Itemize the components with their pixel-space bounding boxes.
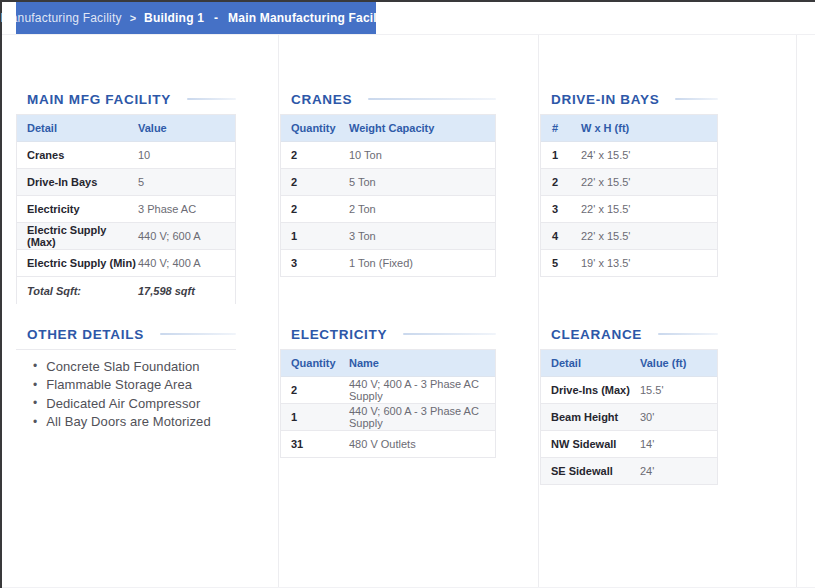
clearance-label: Beam Height	[551, 411, 640, 423]
section-title: OTHER DETAILS	[27, 327, 144, 342]
facility-spec-page: Manufacturing Facility > Building 1 - Ma…	[0, 0, 815, 588]
detail-value: 440 V; 400 A	[138, 257, 201, 269]
table-row: 2 10 Ton	[281, 142, 495, 169]
column-header: #	[551, 122, 581, 134]
table-row: Drive-In Bays 5	[17, 169, 235, 196]
capacity-value: 10 Ton	[349, 149, 382, 161]
detail-label: Electricity	[27, 203, 138, 215]
table-header-row: Quantity Weight Capacity	[281, 115, 495, 142]
bay-number: 5	[551, 257, 581, 269]
clearance-label: NW Sidewall	[551, 438, 640, 450]
table-row: Electric Supply (Min) 440 V; 400 A	[17, 250, 235, 277]
detail-label: Cranes	[27, 149, 138, 161]
section-heading-cranes: CRANES	[291, 92, 496, 106]
table-header-row: # W x H (ft)	[541, 115, 717, 142]
capacity-value: 2 Ton	[349, 203, 376, 215]
list-item: • Flammable Storage Area	[16, 376, 236, 395]
supply-name: 440 V; 400 A - 3 Phase AC Supply	[349, 378, 495, 402]
column-header: Quantity	[291, 357, 349, 369]
capacity-value: 1 Ton (Fixed)	[349, 257, 413, 269]
capacity-value: 3 Ton	[349, 230, 376, 242]
table-row: 31 480 V Outlets	[281, 431, 495, 458]
drive-in-bays-table: # W x H (ft) 1 24' x 15.5' 2 22' x 15.5'…	[540, 114, 718, 277]
section-title: DRIVE-IN BAYS	[551, 92, 659, 107]
bay-number: 1	[551, 149, 581, 161]
heading-rule	[187, 98, 236, 100]
total-sqft-label: Total Sqft:	[27, 285, 138, 297]
detail-label: Electric Supply (Min)	[27, 257, 138, 269]
table-row: 3 22' x 15.5'	[541, 196, 717, 223]
list-item: • Dedicated Air Compressor	[16, 394, 236, 413]
quantity-value: 2	[291, 203, 349, 215]
bay-dimensions: 22' x 15.5'	[581, 203, 630, 215]
section-title: CLEARANCE	[551, 327, 642, 342]
heading-rule	[658, 333, 718, 335]
table-row: 2 2 Ton	[281, 196, 495, 223]
breadcrumb-current-building: Building 1	[144, 11, 204, 25]
column-header: W x H (ft)	[581, 122, 629, 134]
breadcrumb-separator-icon: >	[130, 12, 136, 24]
bay-dimensions: 19' x 13.5'	[581, 257, 630, 269]
total-sqft-value: 17,598 sqft	[138, 285, 195, 297]
table-row: Electric Supply (Max) 440 V; 600 A	[17, 223, 235, 250]
main-mfg-table: Detail Value Cranes 10 Drive-In Bays 5 E…	[16, 114, 236, 304]
table-row: 1 3 Ton	[281, 223, 495, 250]
column-header: Detail	[551, 357, 640, 369]
bay-dimensions: 22' x 15.5'	[581, 230, 630, 242]
table-header-row: Detail Value (ft)	[541, 350, 717, 377]
heading-rule	[675, 98, 718, 100]
supply-name: 480 V Outlets	[349, 438, 416, 450]
detail-label: Electric Supply (Max)	[27, 224, 138, 248]
content-area: MAIN MFG FACILITY Detail Value Cranes 10…	[2, 35, 815, 588]
list-item: • Concrete Slab Foundation	[16, 357, 236, 376]
table-row: Electricity 3 Phase AC	[17, 196, 235, 223]
detail-value: 5	[138, 176, 144, 188]
section-heading-drive-in-bays: DRIVE-IN BAYS	[551, 92, 718, 106]
cranes-table: Quantity Weight Capacity 2 10 Ton 2 5 To…	[280, 114, 496, 277]
list-item-text: Dedicated Air Compressor	[46, 396, 200, 411]
breadcrumb: Manufacturing Facility > Building 1 - Ma…	[16, 2, 376, 34]
column-header: Name	[349, 357, 379, 369]
bay-number: 4	[551, 230, 581, 242]
heading-rule	[368, 98, 496, 100]
breadcrumb-parent-link[interactable]: Manufacturing Facility	[1, 11, 122, 25]
table-row: 1 440 V; 600 A - 3 Phase AC Supply	[281, 404, 495, 431]
heading-rule	[160, 333, 236, 335]
clearance-value: 30'	[640, 411, 654, 423]
quantity-value: 3	[291, 257, 349, 269]
section-title: ELECTRICITY	[291, 327, 387, 342]
quantity-value: 2	[291, 149, 349, 161]
table-row: 5 19' x 13.5'	[541, 250, 717, 277]
list-item: • All Bay Doors are Motorized	[16, 413, 236, 432]
table-row: 3 1 Ton (Fixed)	[281, 250, 495, 277]
heading-rule	[403, 333, 496, 335]
bullet-icon: •	[33, 397, 37, 409]
quantity-value: 1	[291, 230, 349, 242]
bay-dimensions: 22' x 15.5'	[581, 176, 630, 188]
section-heading-clearance: CLEARANCE	[551, 327, 718, 341]
column-header: Value	[138, 122, 167, 134]
table-row: 4 22' x 15.5'	[541, 223, 717, 250]
section-title: MAIN MFG FACILITY	[27, 92, 171, 107]
bullet-icon: •	[33, 416, 37, 428]
page-header: Manufacturing Facility > Building 1 - Ma…	[2, 2, 815, 35]
section-title: CRANES	[291, 92, 352, 107]
quantity-value: 2	[291, 176, 349, 188]
right-gutter	[797, 35, 815, 587]
table-row: 2 440 V; 400 A - 3 Phase AC Supply	[281, 377, 495, 404]
column-header: Quantity	[291, 122, 349, 134]
bay-number: 2	[551, 176, 581, 188]
bay-number: 3	[551, 203, 581, 215]
table-row: Cranes 10	[17, 142, 235, 169]
column-header: Detail	[27, 122, 138, 134]
column-bays-clearance: DRIVE-IN BAYS # W x H (ft) 1 24' x 15.5'…	[539, 35, 797, 587]
table-row: NW Sidewall 14'	[541, 431, 717, 458]
breadcrumb-dash: -	[214, 11, 218, 25]
list-item-text: All Bay Doors are Motorized	[46, 414, 211, 429]
detail-value: 440 V; 600 A	[138, 230, 201, 242]
table-row: 1 24' x 15.5'	[541, 142, 717, 169]
table-footer-row: Total Sqft: 17,598 sqft	[17, 277, 235, 304]
clearance-value: 14'	[640, 438, 654, 450]
section-heading-other-details: OTHER DETAILS	[27, 327, 236, 341]
bullet-icon: •	[33, 379, 37, 391]
